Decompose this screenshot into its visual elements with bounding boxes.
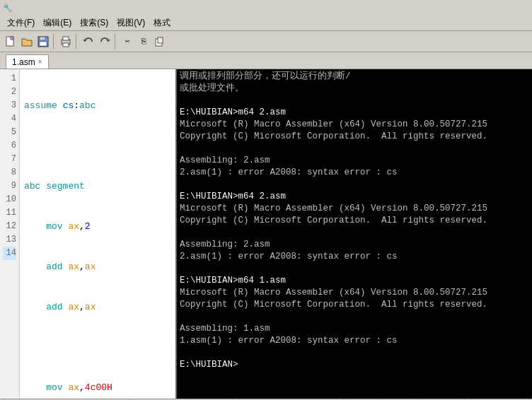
- copy-button[interactable]: ⎘: [136, 34, 151, 49]
- code-line-4: mov ax,2: [24, 220, 171, 233]
- terminal-line-10: [180, 179, 529, 191]
- code-line-7: [24, 341, 171, 354]
- open-button[interactable]: [19, 34, 35, 49]
- menu-file[interactable]: 文件(F): [3, 16, 39, 30]
- redo-button[interactable]: [97, 34, 112, 49]
- tab-label: 1.asm: [12, 57, 35, 67]
- terminal-line-3: [180, 95, 529, 107]
- menu-view[interactable]: 视图(V): [112, 16, 149, 30]
- terminal-line-2: 或批处理文件。: [180, 83, 529, 95]
- terminal-line-23: 1.asm(1) : error A2008: syntax error : c…: [180, 335, 529, 347]
- code-line-3: abc segment: [24, 180, 171, 193]
- terminal-line-25: E:\HUIBIAN>: [180, 359, 529, 371]
- svg-rect-10: [158, 37, 163, 43]
- undo-button[interactable]: [81, 34, 96, 49]
- terminal-line-4: E:\HUIBIAN>m64 2.asm: [180, 107, 529, 119]
- app-icon: 🔧: [3, 4, 13, 13]
- terminal-line-21: [180, 311, 529, 323]
- titlebar: 🔧: [0, 0, 532, 16]
- line-numbers: 1 2 3 4 5 6 7 8 9 10 11 12 13 14: [0, 69, 20, 399]
- svg-marker-8: [106, 40, 110, 42]
- svg-rect-3: [40, 42, 47, 46]
- code-editor[interactable]: 1 2 3 4 5 6 7 8 9 10 11 12 13 14 assume …: [0, 69, 177, 399]
- menubar: 文件(F) 编辑(E) 搜索(S) 视图(V) 格式: [0, 16, 532, 31]
- terminal-line-18: E:\HUIBIAN>m64 1.asm: [180, 275, 529, 287]
- main-area: 1 2 3 4 5 6 7 8 9 10 11 12 13 14 assume …: [0, 69, 532, 399]
- code-line-2: [24, 139, 171, 153]
- svg-rect-5: [63, 37, 69, 40]
- menu-format[interactable]: 格式: [149, 16, 175, 30]
- new-button[interactable]: [3, 34, 18, 49]
- print-button[interactable]: [58, 34, 74, 49]
- tab-close-button[interactable]: ×: [38, 58, 42, 66]
- terminal-line-24: [180, 347, 529, 359]
- terminal-line-6: Copyright (C) Microsoft Corporation. All…: [180, 131, 529, 143]
- svg-marker-7: [83, 40, 87, 42]
- svg-rect-6: [63, 43, 69, 47]
- menu-search[interactable]: 搜索(S): [76, 16, 112, 30]
- toolbar-sep-2: [76, 34, 79, 49]
- terminal-line-5: Microsoft (R) Macro Assembler (x64) Vers…: [180, 119, 529, 131]
- cut-button[interactable]: ✂: [120, 34, 135, 49]
- terminal-line-14: [180, 227, 529, 239]
- toolbar-sep-3: [115, 34, 117, 49]
- menu-edit[interactable]: 编辑(E): [39, 16, 76, 30]
- paste-button[interactable]: [152, 34, 168, 49]
- terminal-line-17: [180, 263, 529, 275]
- code-line-5: add ax,ax: [24, 260, 171, 273]
- terminal-line-20: Copyright (C) Microsoft Corporation. All…: [180, 299, 529, 311]
- tab-1-asm[interactable]: 1.asm ×: [6, 54, 49, 69]
- terminal-line-12: Microsoft (R) Macro Assembler (x64) Vers…: [180, 203, 529, 215]
- svg-rect-2: [40, 37, 45, 40]
- terminal-line-13: Copyright (C) Microsoft Corporation. All…: [180, 215, 529, 227]
- tabbar: 1.asm ×: [0, 52, 532, 69]
- terminal-line-19: Microsoft (R) Macro Assembler (x64) Vers…: [180, 287, 529, 299]
- terminal[interactable]: 调用或排列部分部分，还可以运行的判断/ 或批处理文件。 E:\HUIBIAN>m…: [177, 69, 532, 399]
- terminal-line-8: Assembling: 2.asm: [180, 155, 529, 167]
- terminal-line-1: 调用或排列部分部分，还可以运行的判断/: [180, 71, 529, 83]
- code-line-6: add ax,ax: [24, 300, 171, 314]
- terminal-line-7: [180, 143, 529, 155]
- code-line-1: assume cs:abc: [24, 99, 171, 112]
- toolbar-sep-1: [53, 34, 56, 49]
- terminal-line-15: Assembling: 2.asm: [180, 239, 529, 251]
- code-line-8: mov ax,4c00H: [24, 381, 171, 394]
- toolbar: ✂ ⎘: [0, 31, 532, 52]
- code-content[interactable]: assume cs:abc abc segment mov ax,2 add a…: [20, 69, 175, 399]
- terminal-line-11: E:\HUIBIAN>m64 2.asm: [180, 191, 529, 203]
- terminal-line-9: 2.asm(1) : error A2008: syntax error : c…: [180, 167, 529, 179]
- terminal-line-16: 2.asm(1) : error A2008: syntax error : c…: [180, 251, 529, 263]
- terminal-line-22: Assembling: 1.asm: [180, 323, 529, 335]
- save-button[interactable]: [35, 34, 51, 49]
